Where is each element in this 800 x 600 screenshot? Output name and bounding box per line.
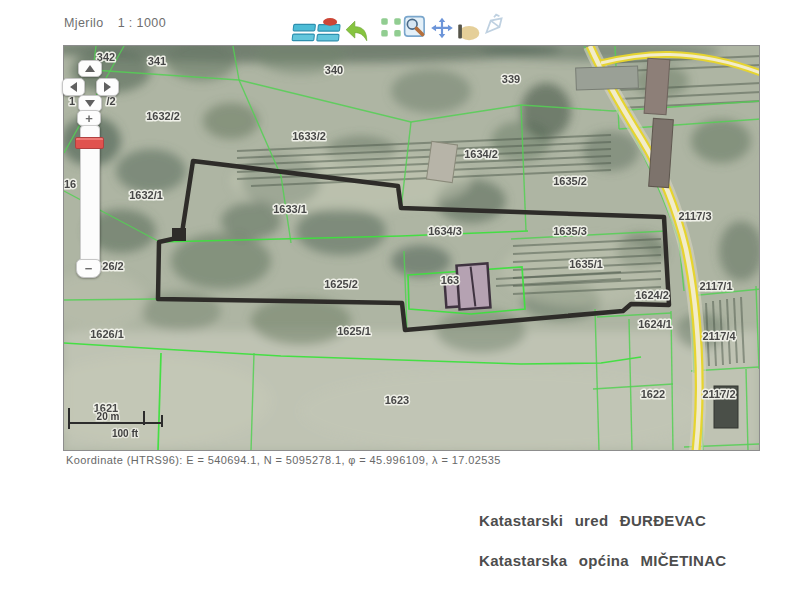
parcel-label: 1634/3 bbox=[428, 225, 462, 237]
pan-right-button[interactable] bbox=[96, 78, 119, 96]
parcel-label: 163 bbox=[441, 274, 459, 286]
parcel-label: 1624/1 bbox=[638, 318, 672, 330]
pan-icon[interactable] bbox=[429, 16, 455, 42]
parcel-label: 2117/1 bbox=[699, 280, 732, 292]
pan-up-button[interactable] bbox=[78, 60, 102, 77]
back-arrow-icon[interactable] bbox=[344, 18, 370, 44]
parcel-label: 2117/2 bbox=[702, 388, 735, 400]
parcel-label: 1623 bbox=[385, 394, 409, 406]
faded-printer-icon[interactable] bbox=[481, 13, 507, 39]
cadastral-municipality-line: Katastarska općina MIČETINAC bbox=[479, 552, 726, 569]
parcel-label: 341 bbox=[148, 55, 166, 67]
parcel-label: /2 bbox=[106, 95, 115, 107]
zoom-in-button[interactable]: + bbox=[77, 110, 101, 126]
full-extent-icon[interactable] bbox=[378, 16, 404, 42]
map-viewport[interactable]: 3423413403391632/21633/21634/21635/21632… bbox=[63, 45, 760, 451]
pan-left-button[interactable] bbox=[62, 78, 85, 96]
scale-bar-meters: 20 m bbox=[97, 411, 120, 422]
scale-label: Mjerilo bbox=[64, 16, 104, 30]
parcel-label: 1622 bbox=[641, 388, 665, 400]
parcel-label: 1632/2 bbox=[146, 110, 180, 122]
cadastral-office-line: Katastarski ured ĐURĐEVAC bbox=[479, 512, 706, 529]
right-arrow-icon bbox=[104, 82, 111, 92]
coordinates-readout: Koordinate (HTRS96): E = 540694.1, N = 5… bbox=[66, 454, 501, 466]
zoom-slider-handle[interactable] bbox=[75, 137, 104, 149]
scale-value: 1 : 1000 bbox=[118, 16, 166, 30]
parcel-label: 1626/1 bbox=[90, 328, 124, 340]
scale-bar-feet: 100 ft bbox=[112, 428, 139, 439]
up-arrow-icon bbox=[85, 65, 95, 72]
parcel-label: 26/2 bbox=[102, 260, 123, 272]
parcel-label: 2117/3 bbox=[678, 210, 711, 222]
parcel-label: 1633/2 bbox=[292, 130, 326, 142]
left-arrow-icon bbox=[70, 82, 77, 92]
zoom-select-icon[interactable] bbox=[403, 15, 429, 41]
identify-icon[interactable] bbox=[455, 19, 481, 45]
parcel-label: 1633/1 bbox=[273, 203, 307, 215]
parcel-label: 16 bbox=[64, 178, 76, 190]
scale-indicator: Mjerilo1 : 1000 bbox=[64, 16, 166, 30]
layers-icon[interactable] bbox=[291, 20, 317, 46]
boundary-node bbox=[172, 228, 186, 241]
parcel-label: 1632/1 bbox=[129, 189, 163, 201]
parcel-label: 1 bbox=[69, 95, 75, 107]
layers-edit-icon[interactable] bbox=[316, 17, 342, 43]
parcel-label: 340 bbox=[325, 64, 343, 76]
parcel-label: 1634/2 bbox=[464, 148, 498, 160]
down-arrow-icon bbox=[85, 100, 95, 107]
parcel-label: 1625/1 bbox=[337, 325, 371, 337]
zoom-out-button[interactable]: − bbox=[76, 259, 101, 278]
map-canvas[interactable]: 3423413403391632/21633/21634/21635/21632… bbox=[64, 46, 759, 450]
parcel-label: 1635/2 bbox=[553, 175, 587, 187]
parcel-label: 1635/1 bbox=[569, 258, 603, 270]
parcel-label: 1635/3 bbox=[553, 225, 587, 237]
parcel-label: 1625/2 bbox=[324, 278, 358, 290]
parcel-label: 339 bbox=[502, 73, 520, 85]
parcel-label: 1624/2 bbox=[635, 289, 669, 301]
parcel-label: 2117/4 bbox=[702, 330, 736, 342]
